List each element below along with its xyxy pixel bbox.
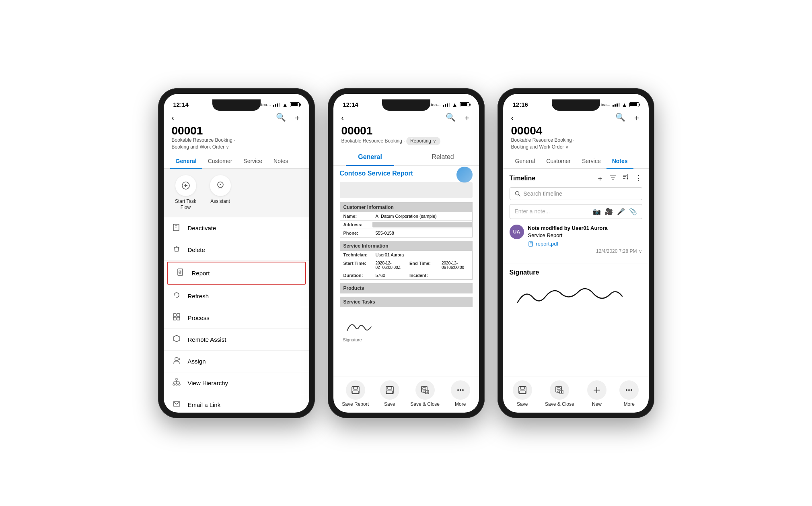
signature-section: Signature xyxy=(503,264,649,317)
note-input[interactable]: Enter a note... 📷 🎥 🎤 📎 xyxy=(510,204,642,219)
tab-general-2[interactable]: General xyxy=(346,149,394,165)
svg-rect-49 xyxy=(519,386,526,394)
report-field-tech: Technician: User01 Aurora xyxy=(340,251,472,259)
report-icon xyxy=(176,268,185,278)
reporting-chevron: ∨ xyxy=(433,138,436,145)
tab-notes-3[interactable]: Notes xyxy=(606,154,633,168)
search-icon-1[interactable]: 🔍 xyxy=(276,112,286,123)
svg-rect-30 xyxy=(354,386,358,389)
attachment-icon[interactable]: 📎 xyxy=(629,208,637,215)
dropdown-chevron-1[interactable]: ∨ xyxy=(226,145,229,149)
tab-general-3[interactable]: General xyxy=(510,154,541,168)
search-icon-3[interactable]: 🔍 xyxy=(615,112,625,123)
wifi-icon-1: ▲ xyxy=(282,101,288,108)
save-report-btn[interactable]: Save Report xyxy=(342,380,369,407)
pdf-icon xyxy=(528,241,534,247)
expand-chevron[interactable]: ∨ xyxy=(639,248,642,254)
video-icon[interactable]: 🎥 xyxy=(605,208,613,215)
quick-action-assistant[interactable]: Assistant xyxy=(206,175,234,211)
save-btn-3[interactable]: Save xyxy=(513,380,532,407)
tab-related-2[interactable]: Related xyxy=(420,149,466,165)
save-btn-2[interactable]: Save xyxy=(380,380,399,407)
signal-icon-1 xyxy=(273,103,280,107)
note-avatar: UA xyxy=(510,225,524,239)
svg-point-57 xyxy=(626,389,627,391)
deactivate-label: Deactivate xyxy=(188,225,216,231)
tab-customer-3[interactable]: Customer xyxy=(541,154,576,168)
signature-label: Signature xyxy=(343,337,469,342)
new-btn-3[interactable]: New xyxy=(587,380,606,407)
tab-service-1[interactable]: Service xyxy=(238,154,268,168)
task-flow-icon xyxy=(175,175,196,196)
tab-service-3[interactable]: Service xyxy=(576,154,606,168)
view-hierarchy-label: View Hierarchy xyxy=(188,380,228,386)
menu-refresh[interactable]: Refresh xyxy=(164,285,309,307)
back-button-1[interactable]: ‹ xyxy=(172,113,175,122)
menu-assign[interactable]: Assign xyxy=(164,351,309,372)
menu-view-hierarchy[interactable]: View Hierarchy xyxy=(164,372,309,394)
timeline-add-icon[interactable]: ＋ xyxy=(596,173,604,183)
service-info-header: Service Information xyxy=(340,241,472,251)
dropdown-chevron-3[interactable]: ∨ xyxy=(565,145,568,149)
more-btn-3[interactable]: More xyxy=(619,380,639,407)
task-flow-label: Start TaskFlow xyxy=(175,198,196,211)
menu-process[interactable]: Process xyxy=(164,307,309,329)
record-number-1: 00001 xyxy=(172,125,301,137)
screen-content-3: Timeline ＋ ⋮ xyxy=(503,169,649,376)
report-field-phone: Phone: 555-0158 xyxy=(340,229,472,237)
note-attachment[interactable]: report.pdf xyxy=(528,241,642,247)
quick-action-task-flow[interactable]: Start TaskFlow xyxy=(172,175,200,211)
save-close-btn-2[interactable]: Save & Close xyxy=(410,380,440,407)
timeline-more-icon[interactable]: ⋮ xyxy=(635,173,642,183)
report-header-blurred xyxy=(340,182,473,198)
tab-notes-1[interactable]: Notes xyxy=(268,154,294,168)
wifi-icon-3: ▲ xyxy=(622,101,627,108)
back-button-3[interactable]: ‹ xyxy=(511,113,514,122)
svg-point-15 xyxy=(175,357,178,361)
phone-2: 12:14 Authentica... ▲ ‹ xyxy=(328,88,485,418)
svg-rect-10 xyxy=(173,314,176,316)
report-field-name: Name: A. Datum Corporation (sample) xyxy=(340,212,472,221)
note-title-line1: Note modified by User01 Aurora xyxy=(528,225,642,232)
camera-icon[interactable]: 📷 xyxy=(593,208,601,215)
tab-general-1[interactable]: General xyxy=(170,154,202,168)
menu-email-link[interactable]: Email a Link xyxy=(164,394,309,412)
add-icon-3[interactable]: ＋ xyxy=(633,112,641,123)
save-close-btn-3[interactable]: Save & Close xyxy=(545,380,574,407)
tab-customer-1[interactable]: Customer xyxy=(202,154,238,168)
phone-3: 12:16 Authentica... ▲ ‹ xyxy=(497,88,654,418)
svg-point-40 xyxy=(462,389,464,391)
menu-report[interactable]: Report xyxy=(167,262,306,285)
svg-point-38 xyxy=(457,389,459,391)
bottom-toolbar-2: Save Report Save Save & Close xyxy=(333,376,479,413)
search-timeline[interactable]: Search timeline xyxy=(510,187,642,200)
svg-point-58 xyxy=(628,389,630,391)
battery-icon-3 xyxy=(629,102,639,107)
signature-svg xyxy=(510,280,630,308)
add-icon-1[interactable]: ＋ xyxy=(293,112,301,123)
svg-rect-34 xyxy=(387,391,393,394)
phone-3-screen: 12:16 Authentica... ▲ ‹ xyxy=(503,94,649,413)
svg-rect-22 xyxy=(179,384,180,385)
report-incident: Incident: xyxy=(406,271,472,279)
more-btn-2[interactable]: More xyxy=(451,380,470,407)
status-time-2: 12:14 xyxy=(343,101,358,108)
timeline-sort-icon[interactable] xyxy=(622,173,629,183)
email-link-label: Email a Link xyxy=(188,401,221,408)
mic-icon[interactable]: 🎤 xyxy=(617,208,625,215)
battery-icon-1 xyxy=(290,102,300,107)
menu-delete[interactable]: Delete xyxy=(164,239,309,261)
timeline-filter-icon[interactable] xyxy=(609,173,617,183)
svg-rect-53 xyxy=(557,388,560,390)
add-icon-2[interactable]: ＋ xyxy=(463,112,471,123)
note-placeholder: Enter a note... xyxy=(515,208,550,215)
menu-deactivate[interactable]: Deactivate xyxy=(164,217,309,239)
search-icon-2[interactable]: 🔍 xyxy=(446,112,456,123)
report-duration: Duration: 5760 xyxy=(340,271,407,279)
menu-remote-assist[interactable]: Remote Assist xyxy=(164,329,309,351)
back-button-2[interactable]: ‹ xyxy=(341,113,344,122)
reporting-badge[interactable]: Reporting ∨ xyxy=(406,137,440,145)
svg-rect-29 xyxy=(352,386,359,394)
signature-section-title: Signature xyxy=(510,269,642,276)
record-subtitle-2: Bookable Resource Booking · Reporting ∨ xyxy=(341,137,471,145)
